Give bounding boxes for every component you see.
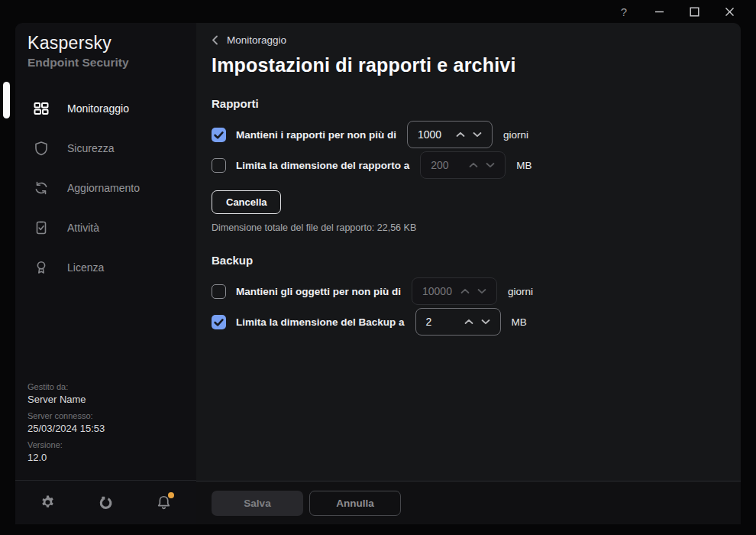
limit-backup-size-row: Limita la dimensione del Backup a 2 MB xyxy=(212,308,724,336)
rapporti-heading: Rapporti xyxy=(212,97,724,110)
cancel-button[interactable]: Annulla xyxy=(309,491,401,516)
backup-size-value[interactable]: 2 xyxy=(426,316,460,328)
breadcrumb-label[interactable]: Monitoraggio xyxy=(227,34,286,46)
sidebar-item-label: Attività xyxy=(67,222,99,234)
sidebar-item-label: Sicurezza xyxy=(67,142,114,154)
limit-report-size-label[interactable]: Limita la dimensione del rapporto a xyxy=(236,160,409,171)
page-title: Impostazioni di rapporti e archivi xyxy=(212,54,724,76)
sidebar-nav: Monitoraggio Sicurezza xyxy=(15,89,196,287)
brand-product: Endpoint Security xyxy=(27,56,196,70)
decrement-icon xyxy=(473,288,490,294)
sidebar-footer xyxy=(15,480,196,524)
notification-dot xyxy=(168,492,174,498)
report-days-value[interactable]: 1000 xyxy=(418,128,452,141)
help-icon[interactable]: ? xyxy=(606,0,641,23)
save-button[interactable]: Salva xyxy=(212,491,303,516)
keep-reports-checkbox[interactable] xyxy=(212,128,226,142)
sidebar-item-licenza[interactable]: Licenza xyxy=(15,248,196,287)
managed-by-value: Server Name xyxy=(27,394,105,405)
app-window: Kaspersky Endpoint Security Monitoraggio xyxy=(15,23,741,524)
maximize-icon[interactable] xyxy=(677,0,712,23)
report-size-value: 200 xyxy=(431,159,465,171)
backup-size-spinner[interactable]: 2 xyxy=(415,308,501,336)
managed-by-label: Gestito da: xyxy=(27,382,105,391)
back-chevron-icon xyxy=(212,35,218,45)
clear-reports-button[interactable]: Cancella xyxy=(212,190,281,214)
limit-backup-size-label[interactable]: Limita la dimensione del Backup a xyxy=(236,316,405,328)
sidebar-item-label: Licenza xyxy=(67,261,104,274)
report-days-unit: giorni xyxy=(503,129,528,141)
backup-days-value: 10000 xyxy=(422,285,457,297)
shield-icon xyxy=(34,141,49,156)
minimize-icon[interactable] xyxy=(641,0,677,23)
sidebar-item-attivita[interactable]: Attività xyxy=(15,208,196,248)
keep-objects-row: Mantieni gli oggetti per non più di 1000… xyxy=(212,277,724,305)
keep-objects-label[interactable]: Mantieni gli oggetti per non più di xyxy=(236,286,401,297)
main-content: Monitoraggio Impostazioni di rapporti e … xyxy=(196,23,741,524)
backup-size-unit: MB xyxy=(512,316,527,328)
notifications-bell-icon[interactable] xyxy=(156,494,172,511)
decrement-icon[interactable] xyxy=(469,131,486,138)
sidebar-item-sicurezza[interactable]: Sicurezza xyxy=(15,128,196,168)
report-size-unit: MB xyxy=(516,160,531,171)
sidebar-item-label: Monitoraggio xyxy=(67,102,129,115)
server-info: Gestito da: Server Name Server connesso:… xyxy=(27,382,105,463)
clipboard-check-icon xyxy=(34,220,49,235)
server-connected-value: 25/03/2024 15:53 xyxy=(27,423,105,434)
backup-days-unit: giorni xyxy=(508,286,533,297)
keep-objects-checkbox[interactable] xyxy=(212,284,226,299)
server-connected-label: Server connesso: xyxy=(27,411,105,420)
report-days-spinner[interactable]: 1000 xyxy=(407,121,493,148)
increment-icon[interactable] xyxy=(460,319,477,325)
increment-icon[interactable] xyxy=(452,131,469,138)
settings-gear-icon[interactable] xyxy=(40,494,56,511)
refresh-icon xyxy=(34,180,49,196)
keep-reports-row: Mantieni i rapporti per non più di 1000 … xyxy=(212,121,724,148)
titlebar: ? xyxy=(0,0,756,23)
brand-logo: Kaspersky Endpoint Security xyxy=(15,23,196,70)
keep-reports-label[interactable]: Mantieni i rapporti per non più di xyxy=(236,129,396,141)
limit-report-size-checkbox[interactable] xyxy=(212,158,226,173)
sidebar-item-aggiornamento[interactable]: Aggiornamento xyxy=(15,168,196,208)
sidebar-item-monitoraggio[interactable]: Monitoraggio xyxy=(15,89,196,128)
action-bar: Salva Annulla xyxy=(196,481,741,524)
dashboard-icon xyxy=(34,101,49,116)
sidebar: Kaspersky Endpoint Security Monitoraggio xyxy=(15,23,196,524)
report-size-spinner: 200 xyxy=(420,151,506,179)
limit-report-size-row: Limita la dimensione del rapporto a 200 … xyxy=(212,151,724,179)
backup-days-spinner: 10000 xyxy=(412,277,497,305)
support-icon[interactable] xyxy=(98,494,114,511)
sidebar-item-label: Aggiornamento xyxy=(67,182,140,194)
increment-icon xyxy=(465,162,482,168)
limit-backup-size-checkbox[interactable] xyxy=(212,315,226,329)
breadcrumb[interactable]: Monitoraggio xyxy=(212,34,286,46)
increment-icon xyxy=(457,288,473,294)
backup-heading: Backup xyxy=(212,254,724,267)
version-label: Versione: xyxy=(27,440,105,449)
brand-name: Kaspersky xyxy=(27,33,196,54)
decrement-icon xyxy=(482,162,499,168)
version-value: 12.0 xyxy=(27,452,105,463)
decrement-icon[interactable] xyxy=(477,319,494,325)
report-total-size-text: Dimensione totale del file del rapporto:… xyxy=(212,222,724,233)
active-nav-indicator xyxy=(3,82,10,118)
license-medal-icon xyxy=(34,260,49,275)
close-icon[interactable] xyxy=(712,0,747,23)
